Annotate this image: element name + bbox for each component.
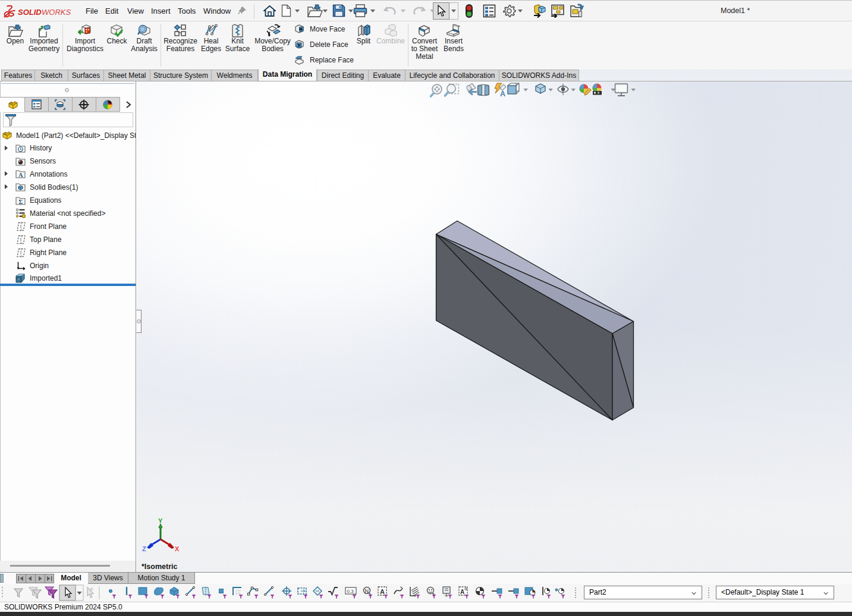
svg-text:N: N (365, 588, 369, 594)
svg-text:0.3: 0.3 (347, 589, 354, 594)
svg-text:Y: Y (158, 517, 163, 524)
svg-text:A: A (500, 90, 505, 98)
svg-text:X: X (175, 545, 180, 552)
svg-text:A: A (18, 172, 23, 178)
svg-text:SOLID: SOLID (18, 8, 42, 17)
svg-text:Z: Z (142, 545, 146, 552)
svg-text:A: A (460, 589, 464, 595)
svg-text:WORKS: WORKS (42, 8, 71, 17)
svg-text:A: A (380, 588, 385, 595)
svg-text:Σ: Σ (18, 199, 23, 205)
